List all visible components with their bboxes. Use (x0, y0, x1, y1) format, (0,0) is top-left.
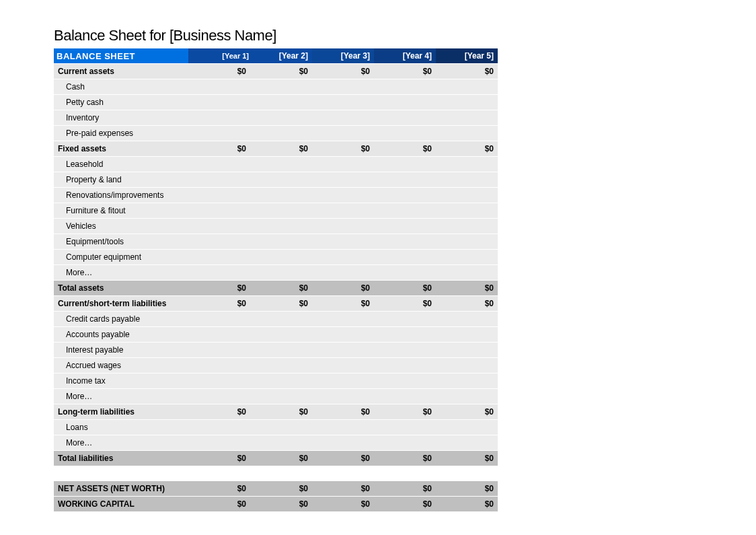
cell: $0 (250, 64, 312, 79)
header-year-5: [Year 5] (436, 48, 498, 64)
cell: $0 (374, 141, 436, 157)
cell: $0 (312, 281, 374, 296)
header-year-4: [Year 4] (374, 48, 436, 64)
cell: $0 (374, 497, 436, 512)
line-item: More… (54, 435, 498, 451)
cell: $0 (250, 451, 312, 466)
row-label: Pre-paid expenses (54, 126, 188, 141)
row-label: Renovations/improvements (54, 188, 188, 203)
cell: $0 (436, 404, 498, 420)
working-capital-row: WORKING CAPITAL $0 $0 $0 $0 $0 (54, 497, 498, 512)
cell: $0 (250, 141, 312, 157)
row-label: More… (54, 389, 188, 404)
row-label: Fixed assets (54, 141, 188, 157)
net-assets-row: NET ASSETS (NET WORTH) $0 $0 $0 $0 $0 (54, 481, 498, 497)
line-item: Pre-paid expenses (54, 126, 498, 141)
line-item: Petty cash (54, 95, 498, 110)
cell: $0 (312, 451, 374, 466)
cell: $0 (436, 296, 498, 312)
row-label: NET ASSETS (NET WORTH) (54, 481, 188, 497)
long-term-liabilities-row: Long-term liabilities $0 $0 $0 $0 $0 (54, 404, 498, 420)
current-assets-row: Current assets $0 $0 $0 $0 $0 (54, 64, 498, 79)
header-year-2: [Year 2] (250, 48, 312, 64)
row-label: Long-term liabilities (54, 404, 188, 420)
cell: $0 (436, 451, 498, 466)
line-item: Interest payable (54, 343, 498, 358)
cell: $0 (188, 296, 250, 312)
line-item: More… (54, 265, 498, 281)
cell: $0 (188, 481, 250, 497)
cell: $0 (436, 281, 498, 296)
cell: $0 (436, 64, 498, 79)
cell: $0 (374, 451, 436, 466)
line-item: Accrued wages (54, 358, 498, 373)
row-label: Leasehold (54, 157, 188, 172)
line-item: Renovations/improvements (54, 188, 498, 203)
header-year-3: [Year 3] (312, 48, 374, 64)
current-liabilities-row: Current/short-term liabilities $0 $0 $0 … (54, 296, 498, 312)
row-label: More… (54, 435, 188, 451)
cell: $0 (188, 281, 250, 296)
cell: $0 (250, 281, 312, 296)
line-item: Equipment/tools (54, 234, 498, 250)
row-label: WORKING CAPITAL (54, 497, 188, 512)
row-label: More… (54, 265, 188, 281)
row-label: Total assets (54, 281, 188, 296)
page-title: Balance Sheet for [Business Name] (54, 27, 702, 44)
row-label: Current/short-term liabilities (54, 296, 188, 312)
cell: $0 (436, 481, 498, 497)
cell: $0 (374, 64, 436, 79)
line-item: Credit cards payable (54, 312, 498, 327)
cell: $0 (436, 497, 498, 512)
fixed-assets-row: Fixed assets $0 $0 $0 $0 $0 (54, 141, 498, 157)
cell: $0 (312, 404, 374, 420)
line-item: Cash (54, 79, 498, 95)
row-label: Inventory (54, 110, 188, 126)
line-item: Loans (54, 420, 498, 435)
line-item: Accounts payable (54, 327, 498, 343)
cell: $0 (312, 481, 374, 497)
row-label: Current assets (54, 64, 188, 79)
cell: $0 (374, 481, 436, 497)
row-label: Accounts payable (54, 327, 188, 343)
cell: $0 (374, 281, 436, 296)
cell: $0 (250, 481, 312, 497)
row-label: Property & land (54, 172, 188, 188)
cell: $0 (250, 404, 312, 420)
cell: $0 (250, 497, 312, 512)
cell: $0 (188, 64, 250, 79)
cell: $0 (312, 64, 374, 79)
header-title: BALANCE SHEET (54, 48, 188, 64)
header-year-1: [Year 1] (188, 48, 250, 64)
row-label: Furniture & fitout (54, 203, 188, 219)
cell: $0 (374, 296, 436, 312)
cell: $0 (188, 141, 250, 157)
line-item: Leasehold (54, 157, 498, 172)
line-item: Furniture & fitout (54, 203, 498, 219)
row-label: Income tax (54, 373, 188, 389)
row-label: Accrued wages (54, 358, 188, 373)
row-label: Credit cards payable (54, 312, 188, 327)
cell: $0 (374, 404, 436, 420)
total-liabilities-row: Total liabilities $0 $0 $0 $0 $0 (54, 451, 498, 466)
line-item: Income tax (54, 373, 498, 389)
line-item: Property & land (54, 172, 498, 188)
cell: $0 (312, 141, 374, 157)
total-assets-row: Total assets $0 $0 $0 $0 $0 (54, 281, 498, 296)
row-label: Computer equipment (54, 250, 188, 265)
row-label: Equipment/tools (54, 234, 188, 250)
line-item: Computer equipment (54, 250, 498, 265)
cell: $0 (188, 497, 250, 512)
row-label: Interest payable (54, 343, 188, 358)
cell: $0 (188, 451, 250, 466)
row-label: Vehicles (54, 219, 188, 234)
row-label: Loans (54, 420, 188, 435)
cell: $0 (312, 296, 374, 312)
line-item: More… (54, 389, 498, 404)
cell: $0 (188, 404, 250, 420)
row-label: Total liabilities (54, 451, 188, 466)
cell: $0 (250, 296, 312, 312)
row-label: Cash (54, 79, 188, 95)
line-item: Vehicles (54, 219, 498, 234)
table-header: BALANCE SHEET [Year 1] [Year 2] [Year 3]… (54, 48, 498, 64)
